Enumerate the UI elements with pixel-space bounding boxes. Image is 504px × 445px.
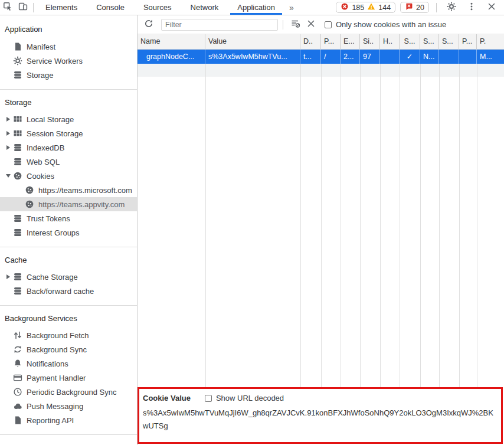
section-title-background-services: Background Services (0, 306, 137, 328)
sidebar-item-reporting-api[interactable]: Reporting API (0, 413, 137, 427)
delete-icon (306, 19, 316, 31)
sidebar-divider (0, 434, 137, 435)
cell-partition (459, 50, 477, 64)
sidebar-item-local-storage[interactable]: Local Storage (0, 112, 137, 126)
devtools-topbar: Elements Console Sources Network Applica… (0, 0, 504, 15)
tab-network[interactable]: Network (181, 0, 228, 15)
close-icon (487, 2, 496, 14)
sidebar-item-cookies-teams-appvity[interactable]: https://teams.appvity.com (0, 197, 137, 211)
toolbar-divider (283, 20, 283, 30)
show-url-decoded-label: Show URL decoded (216, 394, 284, 403)
column-header-value[interactable]: Value (205, 34, 300, 49)
sidebar-item-cookies[interactable]: Cookies (0, 169, 137, 183)
console-errors-warnings-badge[interactable]: 185 144 (336, 2, 395, 13)
tab-elements[interactable]: Elements (36, 0, 87, 15)
issue-count: 20 (416, 4, 424, 12)
section-title-application: Application (0, 15, 137, 40)
column-header-domain[interactable]: D.. (300, 34, 321, 49)
refresh-icon (144, 19, 153, 31)
only-issue-cookies-checkbox[interactable] (325, 21, 332, 28)
cell-path: / (321, 50, 341, 64)
sidebar-item-background-sync[interactable]: Background Sync (0, 342, 137, 356)
sidebar-item-trust-tokens[interactable]: Trust Tokens (0, 211, 137, 225)
cookies-table: Name Value D.. P... E... Si.. H.. S... S… (138, 34, 504, 387)
selected-cookie-row[interactable]: graphNodeC... s%3Ax5wIwM5hwTVu... t... /… (138, 50, 504, 64)
updown-arrows-icon (13, 331, 22, 340)
column-header-partition[interactable]: P... (459, 34, 477, 49)
column-header-httponly[interactable]: H.. (380, 34, 400, 49)
database-icon (13, 70, 22, 80)
inspect-icon (3, 2, 12, 14)
application-sidebar: Application Manifest Service Workers Sto… (0, 15, 138, 445)
sidebar-item-service-workers[interactable]: Service Workers (0, 54, 137, 68)
cell-sameparty (439, 50, 459, 64)
expander-icon[interactable] (4, 145, 13, 150)
sidebar-item-cookies-teams-microsoft[interactable]: https://teams.microsoft.com (0, 183, 137, 197)
close-devtools-button[interactable] (484, 0, 499, 15)
cell-size: 97 (360, 50, 380, 64)
column-header-priority[interactable]: P. (477, 34, 504, 49)
cookie-icon (13, 171, 22, 181)
expander-icon[interactable] (4, 274, 13, 279)
expander-icon[interactable] (4, 117, 13, 122)
cell-secure: ✓ (400, 50, 420, 64)
topbar-right-cluster: 185 144 20 (336, 0, 504, 15)
cloud-icon (13, 401, 22, 411)
cookie-value-title: Cookie Value (143, 394, 191, 403)
cell-value: s%3Ax5wIwM5hwTVu... (205, 50, 300, 64)
device-toolbar-button[interactable] (15, 0, 31, 15)
show-url-decoded-checkbox[interactable] (205, 395, 212, 402)
gear-icon (13, 56, 22, 66)
cookie-icon (25, 185, 34, 195)
cell-expires: 2... (341, 50, 360, 64)
issues-badge[interactable]: 20 (400, 2, 429, 13)
cell-name: graphNodeC... (138, 50, 205, 64)
refresh-button[interactable] (141, 17, 156, 32)
expander-icon[interactable] (4, 174, 13, 178)
table-icon (13, 114, 22, 124)
sidebar-item-notifications[interactable]: Notifications (0, 356, 137, 371)
clear-filter-icon (291, 19, 300, 31)
clock-icon (13, 387, 22, 397)
sidebar-item-interest-groups[interactable]: Interest Groups (0, 225, 137, 240)
settings-button[interactable] (444, 0, 459, 15)
sidebar-item-manifest[interactable]: Manifest (0, 40, 137, 54)
sidebar-item-storage[interactable]: Storage (0, 68, 137, 82)
database-icon (13, 143, 22, 152)
sidebar-item-payment-handler[interactable]: Payment Handler (0, 371, 137, 385)
column-header-name[interactable]: Name (138, 34, 205, 49)
error-count: 185 (352, 4, 364, 12)
column-header-samesite[interactable]: S... (420, 34, 439, 49)
column-header-expires[interactable]: E... (341, 34, 360, 49)
filter-input[interactable] (161, 19, 278, 31)
sidebar-item-back-forward-cache[interactable]: Back/forward cache (0, 284, 137, 298)
column-header-sameparty[interactable]: S... (439, 34, 459, 49)
tab-application[interactable]: Application (228, 0, 284, 15)
warning-icon (367, 2, 375, 13)
tab-console[interactable]: Console (87, 0, 134, 15)
database-icon (13, 228, 22, 237)
tab-sources[interactable]: Sources (134, 0, 181, 15)
inspect-element-button[interactable] (0, 0, 15, 15)
more-options-button[interactable] (464, 0, 479, 15)
error-icon (341, 2, 349, 13)
sidebar-item-periodic-background-sync[interactable]: Periodic Background Sync (0, 385, 137, 399)
more-tabs-button[interactable]: » (284, 3, 299, 12)
sidebar-item-push-messaging[interactable]: Push Messaging (0, 399, 137, 413)
column-header-secure[interactable]: S... (400, 34, 420, 49)
sidebar-item-web-sql[interactable]: Web SQL (0, 155, 137, 169)
cell-domain: t... (300, 50, 321, 64)
column-header-path[interactable]: P... (321, 34, 341, 49)
section-title-storage: Storage (0, 90, 137, 112)
sidebar-item-session-storage[interactable]: Session Storage (0, 126, 137, 140)
sidebar-item-cache-storage[interactable]: Cache Storage (0, 270, 137, 284)
expander-icon[interactable] (4, 131, 13, 136)
cookie-value-text: s%3Ax5wIwM5hwTVuMqJjI6W_gh8qrZAVJCvK.91k… (139, 403, 499, 433)
clear-filter-button[interactable] (288, 17, 303, 32)
sidebar-item-indexeddb[interactable]: IndexedDB (0, 140, 137, 155)
delete-cookies-button[interactable] (303, 17, 319, 32)
sidebar-item-background-fetch[interactable]: Background Fetch (0, 328, 137, 342)
column-header-size[interactable]: Si.. (360, 34, 380, 49)
cell-samesite: N... (420, 50, 439, 64)
cookies-panel: Only show cookies with an issue Name Val… (138, 15, 504, 445)
